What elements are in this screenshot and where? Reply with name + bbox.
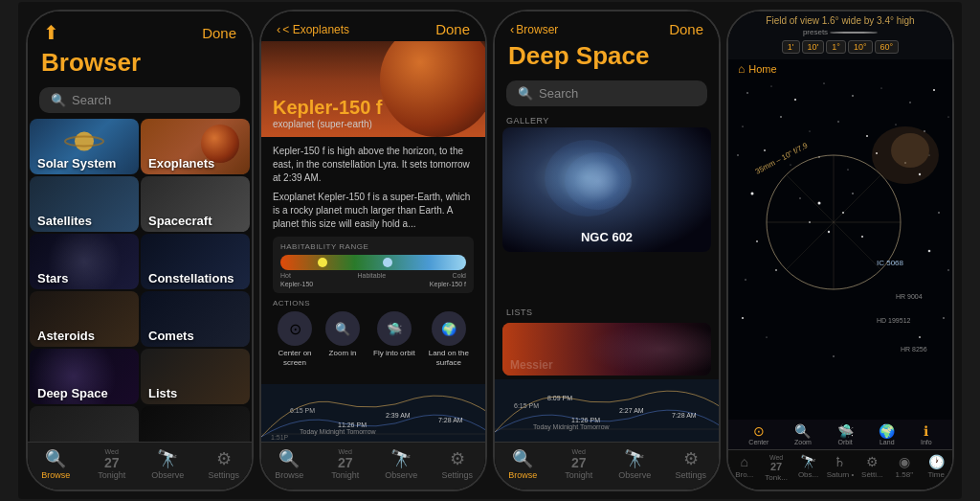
back-button[interactable]: ‹ < Exoplanets [277, 22, 349, 36]
fov-info-btn[interactable]: ℹ Info [921, 423, 932, 445]
grid-item-label: Lists [141, 382, 185, 404]
done-button[interactable]: Done [435, 21, 470, 37]
kepler150-label: Kepler-150 [280, 281, 313, 287]
tab-browse[interactable]: 🔍 Browse [261, 448, 318, 480]
svg-point-70 [766, 336, 767, 337]
kepler-timeline: 1:51P 11:26 PM 2:39 AM 7:28 AM Today Mid… [261, 384, 485, 442]
grid-support[interactable]: Support [141, 406, 250, 442]
zoom-label: Zoom in [329, 349, 357, 358]
grid-asteroids[interactable]: Asteroids [30, 291, 139, 347]
svg-point-19 [794, 99, 796, 101]
land-label: Land on thesurface [429, 349, 469, 367]
tab-settings[interactable]: ⚙ Settings [663, 448, 720, 480]
grid-constellations[interactable]: Constellations [141, 234, 250, 289]
tab-158[interactable]: ◉ 1.58" [888, 454, 920, 482]
zoom-action[interactable]: 🔍 Zoom in [325, 311, 360, 367]
center-action[interactable]: ⊙ Center onscreen [278, 311, 312, 367]
fov-orbit-btn[interactable]: 🛸 Orbit [837, 423, 854, 445]
fov-zoom-btn[interactable]: 🔍 Zoom [794, 423, 812, 445]
svg-text:IC 5068: IC 5068 [877, 259, 904, 267]
phone-deepspace: ‹ Browser Done Deep Space 🔍 Search GALLE… [493, 10, 721, 491]
grid-spacecraft[interactable]: Spacecraft [141, 176, 250, 232]
grid-satellites[interactable]: Satellites [30, 176, 139, 232]
deepspace-search[interactable]: 🔍 Search [506, 80, 707, 106]
svg-text:HD 199512: HD 199512 [877, 317, 911, 324]
preset-3[interactable]: 1° [826, 40, 846, 54]
tab-settings[interactable]: ⚙ Settings [430, 448, 486, 480]
tab-settings[interactable]: ⚙ Settings [196, 448, 253, 480]
share-icon[interactable]: ⬆ [43, 21, 59, 44]
grid-lists[interactable]: Lists [141, 349, 250, 404]
back-button[interactable]: ‹ Browser [510, 22, 558, 36]
grid-deepspace[interactable]: Deep Space [30, 349, 139, 404]
home-icon: ⌂ [738, 62, 745, 76]
kepler-screen: ‹ < Exoplanets Done Kepler-150 f exoplan… [261, 11, 485, 490]
fov-land-btn[interactable]: 🌍 Land [879, 423, 895, 445]
tab-browse[interactable]: 🔍 Browse [495, 448, 551, 480]
tab-observe[interactable]: 🔭 Observe [140, 448, 196, 480]
tab-browse[interactable]: 🔍 Browse [28, 448, 84, 480]
browse-icon: 🔍 [45, 448, 66, 469]
phone-fov: Field of view 1.6° wide by 3.4° high pre… [726, 10, 954, 491]
tab-tonight[interactable]: Wed 27 Tonight [318, 448, 374, 480]
tab-tonight[interactable]: Wed 27 Tonight [84, 448, 141, 480]
svg-text:HR 9004: HR 9004 [896, 293, 923, 300]
svg-point-56 [919, 173, 921, 175]
tab-observe[interactable]: 🔭 Observe [607, 448, 663, 480]
tab-observe[interactable]: 🔭 Observe [373, 448, 430, 480]
orbit-action[interactable]: 🛸 Fly into orbit [373, 311, 415, 367]
svg-point-28 [837, 121, 838, 122]
tab-saturn[interactable]: ♄ Saturn • [824, 454, 856, 482]
phone-kepler: ‹ < Exoplanets Done Kepler-150 f exoplan… [259, 10, 487, 491]
kepler150f-label: Kepler-150 f [430, 281, 466, 287]
preset-4[interactable]: 10° [848, 40, 873, 54]
tonight-day: Wed [339, 448, 352, 455]
preset-2[interactable]: 10' [802, 40, 825, 54]
tab-tonight[interactable]: Wed 27 Tonight [551, 448, 608, 480]
grid-stars[interactable]: Stars [30, 234, 139, 289]
deepspace-top-nav: ‹ Browser Done [495, 11, 719, 41]
svg-point-55 [751, 193, 754, 195]
svg-point-48 [818, 202, 821, 205]
fov-screen: Field of view 1.6° wide by 3.4° high pre… [728, 11, 952, 490]
grid-comets[interactable]: Comets [141, 291, 250, 347]
land-action[interactable]: 🌍 Land on thesurface [429, 311, 469, 367]
preset-5[interactable]: 60° [875, 40, 900, 54]
tab-tonk[interactable]: Wed 27 Tonk... [760, 454, 791, 482]
back-label: < Exoplanets [282, 23, 349, 36]
svg-point-57 [938, 212, 940, 214]
preset-1[interactable]: 1' [782, 40, 800, 54]
svg-point-71 [919, 336, 921, 338]
svg-text:6:15 PM: 6:15 PM [290, 407, 315, 414]
done-button[interactable]: Done [202, 25, 236, 41]
tab-observe-label: Observe [151, 470, 184, 480]
tab-time[interactable]: 🕐 Time [921, 454, 952, 482]
tab-bro[interactable]: ⌂ Bro... [728, 454, 760, 482]
svg-text:7:28 AM: 7:28 AM [438, 417, 463, 423]
ngc-image[interactable]: NGC 602 [502, 127, 711, 252]
actions-row: ⊙ Center onscreen 🔍 Zoom in 🛸 Fly into o… [273, 311, 474, 367]
tab-tonight-num: 27 [104, 456, 120, 469]
deepspace-tab-bar: 🔍 Browse Wed 27 Tonight 🔭 Observe ⚙ [495, 442, 719, 490]
svg-text:35mm – 10" f/7.9: 35mm – 10" f/7.9 [754, 141, 810, 176]
svg-point-35 [791, 165, 791, 166]
svg-point-65 [745, 279, 746, 280]
svg-point-29 [866, 135, 868, 137]
tab-setti[interactable]: ⚙ Sètti... [857, 454, 888, 482]
messier-item[interactable]: Messier [502, 323, 711, 376]
tab-settings-label: Settings [208, 470, 239, 480]
ds-timeline: 11:26 PM 2:27 AM 7:28 AM Today Midnight … [495, 379, 719, 442]
grid-guide[interactable]: User's Guide [30, 406, 139, 442]
tonk-label: Tonk... [765, 473, 788, 482]
search-bar[interactable]: 🔍 Search [39, 87, 240, 113]
grid-exoplanets[interactable]: Exoplanets [141, 119, 250, 174]
done-button[interactable]: Done [669, 21, 703, 37]
fov-center-btn[interactable]: ⊙ Center [748, 423, 768, 445]
observe-label: Observe [618, 470, 651, 480]
back-label: Browser [516, 23, 558, 36]
svg-point-23 [909, 102, 910, 102]
svg-point-27 [810, 131, 811, 132]
zoom-icon: 🔍 [325, 311, 360, 346]
grid-solar-system[interactable]: Solar System [30, 119, 139, 174]
tab-obs[interactable]: 🔭 Obs... [792, 454, 824, 482]
